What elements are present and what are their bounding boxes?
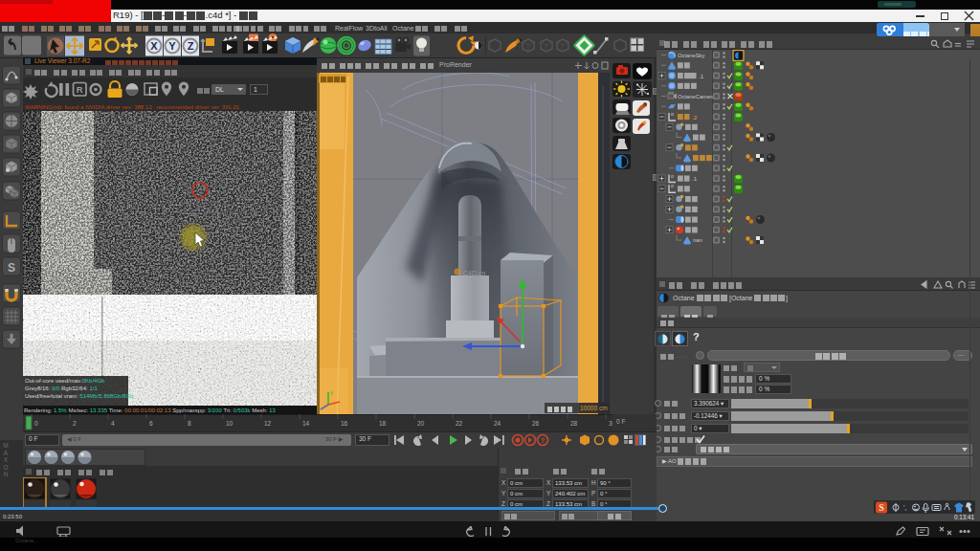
svg-text:10: 10 bbox=[226, 420, 234, 427]
svg-text:P: P bbox=[612, 437, 616, 444]
svg-text:Used/free/total vram: 514Mb/5.: Used/free/total vram: 514Mb/5.868Gb/8Gb bbox=[25, 393, 134, 399]
svg-text:o: o bbox=[671, 111, 674, 117]
svg-text:o: o bbox=[671, 183, 674, 188]
svg-text:8: 8 bbox=[188, 420, 191, 427]
svg-text:OctaneCamera: OctaneCamera bbox=[678, 94, 716, 99]
svg-text:2: 2 bbox=[73, 420, 77, 427]
svg-text:R: R bbox=[77, 84, 83, 95]
svg-text:.1: .1 bbox=[699, 73, 704, 79]
svg-text:S: S bbox=[879, 502, 884, 513]
svg-text:16: 16 bbox=[341, 420, 348, 427]
svg-text:0: 0 bbox=[34, 420, 38, 427]
svg-text:y: y bbox=[330, 389, 333, 395]
svg-text:26: 26 bbox=[532, 420, 540, 427]
svg-text:Rendering: 1.5% Ms/sec: 13.3: Rendering: 1.5% Ms/sec: 13.335 Time: 00:… bbox=[24, 408, 277, 413]
svg-text:',: ', bbox=[903, 504, 906, 511]
svg-text:C4D.cn: C4D.cn bbox=[463, 270, 485, 276]
svg-text:12: 12 bbox=[264, 420, 272, 427]
svg-text:10000 cm: 10000 cm bbox=[580, 405, 608, 411]
svg-text:Y: Y bbox=[168, 40, 176, 52]
svg-text:6: 6 bbox=[149, 420, 153, 427]
svg-text:Grey8/16: 0/0 Rgb32/64: 1: Grey8/16: 0/0 Rgb32/64: 1/1 bbox=[25, 386, 98, 391]
svg-text:14: 14 bbox=[302, 420, 310, 427]
svg-text:Out-of-core used/max:0Kb/4Gb: Out-of-core used/max:0Kb/4Gb bbox=[25, 378, 105, 384]
svg-text:20: 20 bbox=[417, 420, 425, 427]
svg-text:WARNING(rd): found a NVIDIA dr: WARNING(rd): found a NVIDIA driver nev: … bbox=[25, 104, 240, 110]
svg-text:28: 28 bbox=[570, 420, 578, 427]
svg-text:22: 22 bbox=[456, 420, 463, 427]
svg-text:X: X bbox=[150, 40, 158, 52]
svg-text:o: o bbox=[671, 173, 674, 179]
svg-text:4: 4 bbox=[111, 420, 115, 427]
svg-text:18: 18 bbox=[379, 420, 387, 427]
svg-text:nan: nan bbox=[693, 237, 702, 243]
svg-text:Z: Z bbox=[188, 40, 194, 52]
svg-text:.2: .2 bbox=[692, 114, 698, 121]
svg-text:OctaneSky: OctaneSky bbox=[678, 53, 704, 58]
svg-text:24: 24 bbox=[494, 420, 501, 427]
svg-text:?: ? bbox=[541, 437, 545, 444]
svg-text:.1: .1 bbox=[692, 175, 698, 182]
svg-text:S: S bbox=[8, 261, 15, 275]
